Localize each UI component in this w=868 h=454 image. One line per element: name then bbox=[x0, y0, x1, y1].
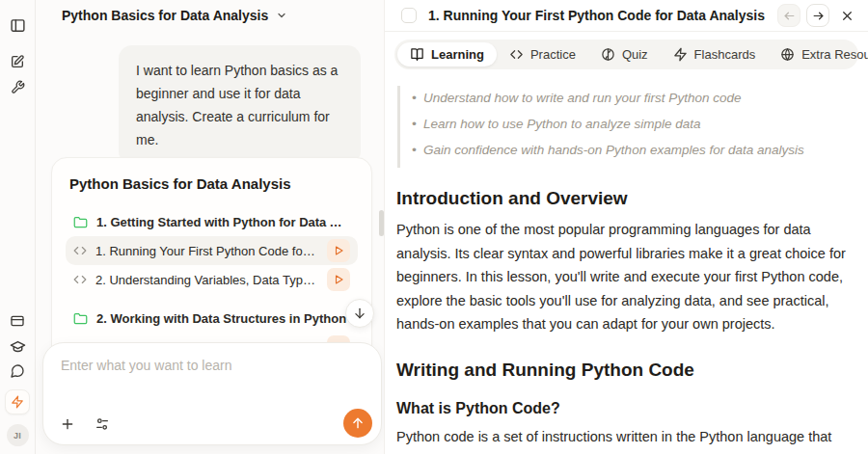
what-is-paragraph: Python code is a set of instructions wri… bbox=[396, 425, 854, 454]
close-icon bbox=[841, 10, 854, 22]
globe-icon bbox=[780, 47, 795, 62]
arrow-down-icon bbox=[353, 307, 366, 320]
curriculum-lesson-row[interactable]: 2. Understanding Variables, Data Types, … bbox=[66, 265, 358, 294]
arrow-right-icon bbox=[812, 10, 825, 22]
tab-label: Learning bbox=[431, 47, 484, 62]
cards-icon[interactable] bbox=[5, 308, 30, 334]
lesson-panel: 1. Running Your First Python Code for Da… bbox=[384, 0, 868, 454]
tab-practice[interactable]: Practice bbox=[497, 42, 588, 67]
attach-plus-icon[interactable] bbox=[59, 415, 76, 433]
curriculum-module-row[interactable]: 1. Getting Started with Python for Data … bbox=[66, 207, 358, 236]
objective-item: Gain confidence with hands-on Python exa… bbox=[410, 140, 854, 160]
courses-icon[interactable] bbox=[5, 334, 30, 359]
settings-sliders-icon[interactable] bbox=[94, 415, 111, 433]
tab-extra-resources[interactable]: Extra Resources bbox=[768, 42, 868, 67]
book-icon bbox=[410, 47, 424, 62]
objective-item: Learn how to use Python to analyze simpl… bbox=[410, 114, 854, 134]
boost-button[interactable] bbox=[5, 389, 30, 414]
arrow-left-icon bbox=[783, 10, 796, 22]
tab-learning[interactable]: Learning bbox=[397, 42, 497, 67]
user-message-bubble: I want to learn Python basics as a begin… bbox=[119, 45, 361, 165]
lesson-complete-checkbox[interactable] bbox=[401, 8, 417, 23]
writing-heading: Writing and Running Python Code bbox=[396, 360, 854, 381]
user-message-text: I want to learn Python basics as a begin… bbox=[136, 63, 338, 147]
lesson-label: 2. Understanding Variables, Data Types, … bbox=[95, 273, 318, 287]
code-icon bbox=[509, 47, 524, 62]
tab-label: Extra Resources bbox=[801, 47, 868, 62]
chat-header[interactable]: Python Basics for Data Analysis bbox=[62, 8, 287, 23]
forward-button[interactable] bbox=[806, 4, 829, 27]
play-lesson-button[interactable] bbox=[327, 268, 350, 291]
lesson-tabbar: Learning Practice Quiz Flashcards Extra … bbox=[394, 40, 858, 69]
code-icon bbox=[73, 273, 87, 286]
intro-paragraph: Python is one of the most popular progra… bbox=[396, 218, 854, 336]
zap-icon bbox=[673, 47, 688, 62]
curriculum-lesson-row-active[interactable]: 1. Running Your First Python Code for Da… bbox=[66, 236, 358, 265]
learn-input[interactable] bbox=[43, 343, 381, 405]
back-button[interactable] bbox=[777, 4, 800, 27]
module-label: 1. Getting Started with Python for Data … bbox=[96, 215, 350, 229]
composer bbox=[42, 342, 382, 445]
chat-panel: Python Basics for Data Analysis I want t… bbox=[36, 0, 384, 454]
scroll-down-button[interactable] bbox=[345, 299, 374, 328]
tab-label: Quiz bbox=[622, 47, 648, 62]
tab-quiz[interactable]: Quiz bbox=[588, 42, 661, 67]
chat-icon[interactable] bbox=[5, 359, 30, 384]
folder-icon bbox=[73, 311, 88, 326]
curriculum-module-row[interactable]: 2. Working with Data Structures in Pytho… bbox=[66, 304, 358, 333]
close-button[interactable] bbox=[835, 4, 858, 27]
what-is-heading: What is Python Code? bbox=[396, 400, 854, 417]
icon-rail: JI bbox=[0, 0, 36, 454]
tab-label: Practice bbox=[530, 47, 576, 62]
lesson-content: Understand how to write and run your fir… bbox=[385, 69, 868, 454]
folder-icon bbox=[73, 215, 88, 229]
curriculum-title: Python Basics for Data Analysis bbox=[69, 175, 354, 192]
app-window: JI Python Basics for Data Analysis I wan… bbox=[0, 0, 868, 454]
lesson-label: 1. Running Your First Python Code for Da… bbox=[95, 244, 318, 258]
arrow-up-icon bbox=[351, 416, 365, 430]
lesson-header: 1. Running Your First Python Code for Da… bbox=[385, 0, 868, 32]
brain-icon bbox=[601, 47, 615, 62]
user-avatar[interactable]: JI bbox=[7, 424, 29, 446]
chat-title: Python Basics for Data Analysis bbox=[62, 8, 268, 23]
code-icon bbox=[73, 244, 87, 257]
send-button[interactable] bbox=[343, 409, 372, 438]
new-chat-icon[interactable] bbox=[5, 49, 30, 74]
chevron-down-icon bbox=[276, 10, 287, 21]
module-label: 2. Working with Data Structures in Pytho… bbox=[96, 311, 350, 326]
lesson-title: 1. Running Your First Python Code for Da… bbox=[428, 8, 777, 23]
sidebar-toggle-icon[interactable] bbox=[5, 13, 30, 38]
intro-heading: Introduction and Overview bbox=[396, 188, 854, 209]
lesson-objectives-quote: Understand how to write and run your fir… bbox=[397, 86, 854, 168]
tools-icon[interactable] bbox=[5, 74, 30, 99]
tab-label: Flashcards bbox=[694, 47, 756, 62]
objective-item: Understand how to write and run your fir… bbox=[410, 88, 854, 108]
tab-flashcards[interactable]: Flashcards bbox=[661, 42, 769, 67]
play-lesson-button[interactable] bbox=[327, 239, 350, 262]
